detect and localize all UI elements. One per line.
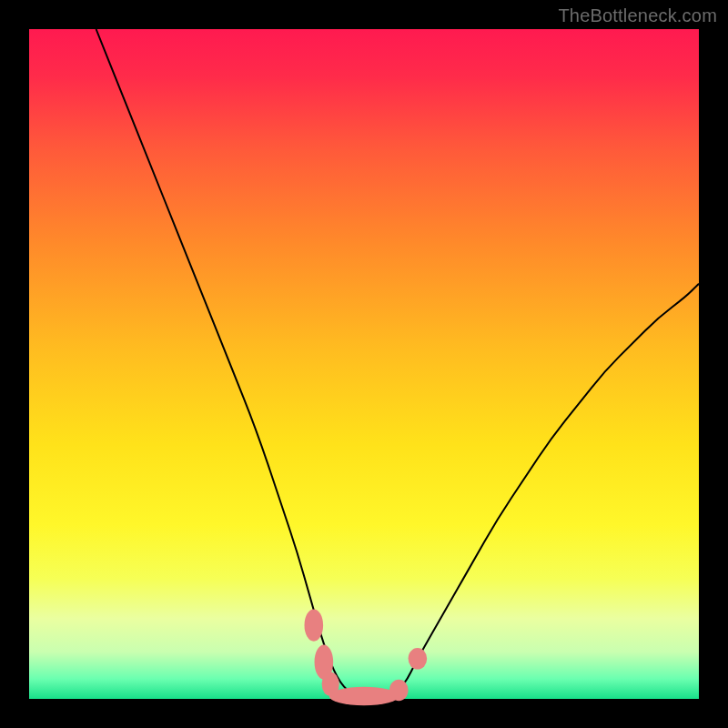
plot-area xyxy=(29,29,699,699)
curve-marker xyxy=(409,648,428,670)
curve-marker xyxy=(304,609,323,641)
watermark-text: TheBottleneck.com xyxy=(558,5,717,26)
curve-marker xyxy=(389,680,409,702)
bottleneck-curve-svg xyxy=(29,29,699,699)
chart-frame: TheBottleneck.com xyxy=(0,0,728,728)
bottleneck-curve-path xyxy=(96,29,699,697)
curve-marker xyxy=(329,687,399,706)
